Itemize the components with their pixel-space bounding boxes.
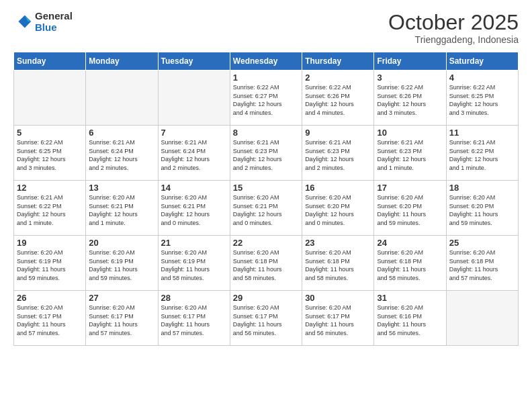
weekday-header-row: SundayMondayTuesdayWednesdayThursdayFrid…: [14, 52, 519, 71]
day-info: Sunrise: 6:21 AM Sunset: 6:23 PM Dayligh…: [233, 138, 299, 172]
svg-marker-0: [18, 15, 31, 28]
day-info: Sunrise: 6:20 AM Sunset: 6:18 PM Dayligh…: [377, 248, 443, 282]
day-cell: 23Sunrise: 6:20 AM Sunset: 6:18 PM Dayli…: [302, 236, 374, 291]
day-cell: 8Sunrise: 6:21 AM Sunset: 6:23 PM Daylig…: [230, 126, 302, 181]
calendar: SundayMondayTuesdayWednesdayThursdayFrid…: [13, 52, 519, 346]
day-info: Sunrise: 6:20 AM Sunset: 6:17 PM Dayligh…: [305, 304, 371, 337]
week-row-3: 19Sunrise: 6:20 AM Sunset: 6:19 PM Dayli…: [14, 236, 519, 291]
day-cell: 22Sunrise: 6:20 AM Sunset: 6:18 PM Dayli…: [230, 236, 302, 291]
day-cell: 2Sunrise: 6:22 AM Sunset: 6:26 PM Daylig…: [302, 71, 374, 126]
day-info: Sunrise: 6:22 AM Sunset: 6:25 PM Dayligh…: [449, 83, 515, 117]
weekday-header-monday: Monday: [86, 52, 158, 71]
location: Trienggadeng, Indonesia: [388, 34, 519, 45]
day-cell: 27Sunrise: 6:20 AM Sunset: 6:17 PM Dayli…: [86, 291, 158, 346]
day-number: 29: [233, 293, 299, 303]
day-cell: 30Sunrise: 6:20 AM Sunset: 6:17 PM Dayli…: [302, 291, 374, 346]
day-number: 30: [305, 293, 371, 303]
day-info: Sunrise: 6:20 AM Sunset: 6:20 PM Dayligh…: [449, 193, 515, 227]
logo-icon: [13, 13, 32, 32]
day-cell: 20Sunrise: 6:20 AM Sunset: 6:19 PM Dayli…: [86, 236, 158, 291]
logo-general: General: [35, 11, 73, 22]
day-info: Sunrise: 6:20 AM Sunset: 6:16 PM Dayligh…: [377, 304, 443, 337]
day-info: Sunrise: 6:20 AM Sunset: 6:21 PM Dayligh…: [161, 193, 227, 227]
day-info: Sunrise: 6:21 AM Sunset: 6:22 PM Dayligh…: [17, 193, 83, 227]
day-info: Sunrise: 6:22 AM Sunset: 6:26 PM Dayligh…: [305, 83, 371, 117]
day-number: 8: [233, 128, 299, 138]
day-number: 13: [89, 183, 154, 193]
day-cell: 10Sunrise: 6:21 AM Sunset: 6:23 PM Dayli…: [374, 126, 446, 181]
day-info: Sunrise: 6:22 AM Sunset: 6:26 PM Dayligh…: [377, 83, 443, 117]
day-info: Sunrise: 6:20 AM Sunset: 6:19 PM Dayligh…: [161, 248, 227, 282]
day-info: Sunrise: 6:20 AM Sunset: 6:17 PM Dayligh…: [161, 304, 227, 337]
header: General Blue October 2025 Trienggadeng, …: [13, 11, 519, 45]
day-info: Sunrise: 6:21 AM Sunset: 6:24 PM Dayligh…: [89, 138, 154, 172]
day-cell: 21Sunrise: 6:20 AM Sunset: 6:19 PM Dayli…: [158, 236, 230, 291]
day-cell: 9Sunrise: 6:21 AM Sunset: 6:23 PM Daylig…: [302, 126, 374, 181]
day-cell: 25Sunrise: 6:20 AM Sunset: 6:18 PM Dayli…: [446, 236, 518, 291]
day-cell: 29Sunrise: 6:20 AM Sunset: 6:17 PM Dayli…: [230, 291, 302, 346]
week-row-2: 12Sunrise: 6:21 AM Sunset: 6:22 PM Dayli…: [14, 181, 519, 236]
day-cell: 28Sunrise: 6:20 AM Sunset: 6:17 PM Dayli…: [158, 291, 230, 346]
week-row-4: 26Sunrise: 6:20 AM Sunset: 6:17 PM Dayli…: [14, 291, 519, 346]
day-info: Sunrise: 6:20 AM Sunset: 6:19 PM Dayligh…: [89, 248, 154, 282]
day-cell: 26Sunrise: 6:20 AM Sunset: 6:17 PM Dayli…: [14, 291, 86, 346]
day-number: 27: [89, 293, 154, 303]
day-number: 24: [377, 238, 443, 248]
weekday-header-thursday: Thursday: [302, 52, 374, 71]
day-info: Sunrise: 6:20 AM Sunset: 6:20 PM Dayligh…: [377, 193, 443, 227]
weekday-header-wednesday: Wednesday: [230, 52, 302, 71]
day-info: Sunrise: 6:20 AM Sunset: 6:21 PM Dayligh…: [89, 193, 154, 227]
day-cell: 5Sunrise: 6:22 AM Sunset: 6:25 PM Daylig…: [14, 126, 86, 181]
weekday-header-friday: Friday: [374, 52, 446, 71]
day-info: Sunrise: 6:22 AM Sunset: 6:25 PM Dayligh…: [17, 138, 83, 172]
day-number: 23: [305, 238, 371, 248]
page: General Blue October 2025 Trienggadeng, …: [0, 0, 532, 411]
day-info: Sunrise: 6:20 AM Sunset: 6:17 PM Dayligh…: [89, 304, 154, 337]
day-cell: 15Sunrise: 6:20 AM Sunset: 6:21 PM Dayli…: [230, 181, 302, 236]
day-info: Sunrise: 6:20 AM Sunset: 6:18 PM Dayligh…: [305, 248, 371, 282]
day-cell: [446, 291, 518, 346]
day-number: 4: [449, 73, 515, 83]
day-info: Sunrise: 6:20 AM Sunset: 6:17 PM Dayligh…: [17, 304, 83, 337]
day-cell: 17Sunrise: 6:20 AM Sunset: 6:20 PM Dayli…: [374, 181, 446, 236]
day-info: Sunrise: 6:21 AM Sunset: 6:22 PM Dayligh…: [449, 138, 515, 172]
title-block: October 2025 Trienggadeng, Indonesia: [388, 11, 519, 45]
day-number: 7: [161, 128, 227, 138]
day-cell: [86, 71, 158, 126]
day-cell: 18Sunrise: 6:20 AM Sunset: 6:20 PM Dayli…: [446, 181, 518, 236]
day-number: 19: [17, 238, 83, 248]
day-cell: 14Sunrise: 6:20 AM Sunset: 6:21 PM Dayli…: [158, 181, 230, 236]
day-number: 5: [17, 128, 83, 138]
day-cell: 13Sunrise: 6:20 AM Sunset: 6:21 PM Dayli…: [86, 181, 158, 236]
logo: General Blue: [13, 11, 73, 33]
day-info: Sunrise: 6:20 AM Sunset: 6:19 PM Dayligh…: [17, 248, 83, 282]
day-number: 25: [449, 238, 515, 248]
day-number: 14: [161, 183, 227, 193]
day-cell: 31Sunrise: 6:20 AM Sunset: 6:16 PM Dayli…: [374, 291, 446, 346]
day-info: Sunrise: 6:20 AM Sunset: 6:18 PM Dayligh…: [233, 248, 299, 282]
day-number: 6: [89, 128, 154, 138]
day-cell: 19Sunrise: 6:20 AM Sunset: 6:19 PM Dayli…: [14, 236, 86, 291]
day-cell: [158, 71, 230, 126]
day-cell: [14, 71, 86, 126]
day-number: 1: [233, 73, 299, 83]
day-number: 11: [449, 128, 515, 138]
day-info: Sunrise: 6:21 AM Sunset: 6:24 PM Dayligh…: [161, 138, 227, 172]
day-number: 28: [161, 293, 227, 303]
day-number: 2: [305, 73, 371, 83]
day-number: 16: [305, 183, 371, 193]
logo-blue: Blue: [35, 22, 73, 34]
week-row-0: 1Sunrise: 6:22 AM Sunset: 6:27 PM Daylig…: [14, 71, 519, 126]
month-title: October 2025: [388, 11, 519, 34]
day-number: 9: [305, 128, 371, 138]
day-info: Sunrise: 6:21 AM Sunset: 6:23 PM Dayligh…: [305, 138, 371, 172]
day-number: 22: [233, 238, 299, 248]
day-number: 31: [377, 293, 443, 303]
day-cell: 3Sunrise: 6:22 AM Sunset: 6:26 PM Daylig…: [374, 71, 446, 126]
day-cell: 24Sunrise: 6:20 AM Sunset: 6:18 PM Dayli…: [374, 236, 446, 291]
week-row-1: 5Sunrise: 6:22 AM Sunset: 6:25 PM Daylig…: [14, 126, 519, 181]
day-info: Sunrise: 6:20 AM Sunset: 6:17 PM Dayligh…: [233, 304, 299, 337]
day-cell: 7Sunrise: 6:21 AM Sunset: 6:24 PM Daylig…: [158, 126, 230, 181]
day-number: 15: [233, 183, 299, 193]
day-info: Sunrise: 6:20 AM Sunset: 6:20 PM Dayligh…: [305, 193, 371, 227]
